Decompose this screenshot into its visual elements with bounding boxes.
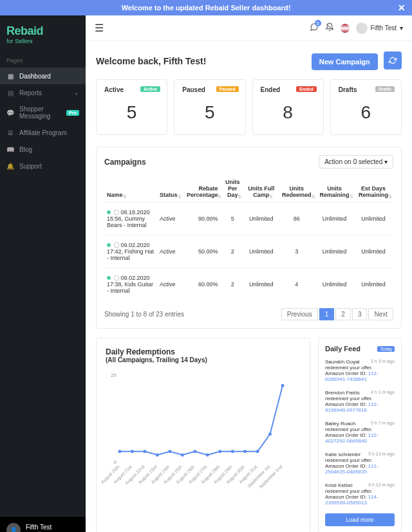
svg-point-11 (231, 450, 234, 453)
feed-item: 4 h 1 m agoBrendon Fields redeemed your … (325, 390, 395, 413)
svg-point-15 (281, 384, 285, 387)
nav-icon: ▦ (6, 72, 14, 80)
sort-icon: ⇅ (350, 194, 353, 199)
nav-icon: 💬 (6, 109, 14, 116)
refresh-button[interactable] (384, 51, 402, 69)
status-badge: Drafts (375, 86, 395, 92)
sort-icon: ⇅ (123, 194, 127, 199)
sidebar-item-shopper-messaging[interactable]: 💬Shopper MessagingPro (0, 101, 86, 124)
avatar (356, 23, 368, 34)
checkbox[interactable] (114, 243, 119, 248)
hamburger-icon[interactable]: ☰ (95, 22, 104, 34)
active-dot-icon (107, 276, 111, 280)
pro-badge: Pro (66, 110, 79, 116)
stat-card-active[interactable]: ActiveActive5 (96, 79, 167, 135)
svg-point-7 (181, 454, 184, 457)
column-header[interactable]: Rebate Percentage ⇅ (180, 175, 221, 203)
svg-point-3 (131, 450, 134, 453)
active-dot-icon (107, 210, 111, 214)
column-header[interactable]: Name ⇅ (104, 175, 157, 203)
page-button[interactable]: 2 (335, 308, 351, 320)
sort-icon: ⇅ (269, 194, 273, 199)
svg-point-13 (256, 450, 259, 453)
campaigns-table: Name ⇅Status ⇅Rebate Percentage ⇅Units P… (104, 175, 393, 300)
sidebar-item-affiliate-program[interactable]: 🖥Affiliate Program (0, 124, 86, 141)
campaigns-title: Campaigns (104, 158, 146, 167)
feed-item: 5 h 13 m agoKatie schneider redeemed you… (325, 452, 395, 475)
stat-card-ended[interactable]: EndedEnded8 (252, 79, 324, 135)
new-campaign-button[interactable]: New Campaign (312, 53, 378, 70)
today-badge: Today (377, 346, 395, 352)
sidebar-item-dashboard[interactable]: ▦Dashboard (0, 68, 86, 84)
feed-item: 3 h 3 m agoSaurabh Goyal redeemed your o… (325, 359, 395, 382)
column-header[interactable]: Units Per Day ⇅ (220, 175, 245, 203)
nav-icon: 🔔 (6, 162, 14, 170)
campaigns-panel: Campaigns Action on 0 selected ▾ Name ⇅S… (96, 147, 402, 329)
svg-point-2 (118, 450, 122, 453)
messages-icon[interactable]: 0 (310, 23, 319, 33)
announcement-banner: Welcome to the updated Rebaid Seller das… (0, 0, 412, 15)
column-header[interactable]: Est Days Remaining ⇅ (353, 175, 393, 203)
checkbox[interactable] (114, 210, 119, 215)
user-menu[interactable]: Fifth Test ▾ (356, 23, 403, 34)
table-row[interactable]: 09.02.2020 17:42, Fishing Hat - Internal… (104, 235, 393, 268)
line-chart: 025 August 20thAugust 21stAugust 22ndAug… (106, 369, 286, 497)
column-header[interactable]: Units Full Camp ⇅ (245, 175, 278, 203)
banner-text: Welcome to the updated Rebaid Seller das… (122, 4, 291, 12)
next-button[interactable]: Next (368, 308, 393, 320)
chart-panel: Daily Redemptions (All Campaigns, Traili… (96, 338, 310, 532)
active-dot-icon (107, 243, 111, 247)
feed-item: 5 h 7 m agoBailey Roach redeemed your of… (325, 421, 395, 444)
nav-icon: 📖 (6, 145, 14, 153)
page-button[interactable]: 3 (352, 308, 368, 320)
chevron-down-icon: ▾ (384, 158, 388, 165)
table-row[interactable]: 08.18.2020 15:56, Gummy Bears - Internal… (104, 203, 393, 235)
svg-point-14 (268, 432, 272, 436)
svg-point-10 (218, 450, 221, 453)
chevron-down-icon: ▾ (400, 24, 403, 32)
svg-point-4 (143, 450, 146, 453)
sort-icon: ⇅ (238, 194, 241, 199)
load-more-button[interactable]: Load more (325, 513, 395, 526)
svg-point-8 (193, 450, 196, 453)
topbar: ☰ 0 Fifth Test ▾ (86, 15, 412, 41)
status-badge: Ended (296, 86, 316, 92)
logo: Rebaid for Sellers (0, 15, 86, 53)
svg-point-9 (206, 454, 209, 457)
sidebar-user[interactable]: 👤 Fifth Test ● Online (0, 516, 86, 532)
svg-point-5 (156, 454, 159, 457)
sidebar-item-blog[interactable]: 📖Blog (0, 141, 86, 158)
stat-card-drafts[interactable]: DraftsDrafts6 (330, 79, 402, 135)
sort-icon: ⇅ (312, 194, 315, 199)
nav-section-title: Pages (0, 53, 86, 68)
nav-icon: ▤ (6, 89, 14, 96)
avatar: 👤 (6, 523, 21, 532)
svg-point-6 (168, 450, 171, 453)
column-header[interactable]: Units Remaining ⇅ (315, 175, 353, 203)
sort-icon: ⇅ (388, 194, 392, 199)
status-badge: Active (140, 86, 160, 92)
sidebar: Rebaid for Sellers Pages ▦Dashboard▤Repo… (0, 15, 86, 532)
sidebar-item-support[interactable]: 🔔Support (0, 158, 86, 174)
close-icon[interactable]: ✕ (398, 3, 406, 13)
table-info: Showing 1 to 8 of 23 entries (104, 311, 184, 318)
svg-text:25: 25 (111, 372, 117, 378)
prev-button[interactable]: Previous (281, 308, 318, 320)
stat-card-paused[interactable]: PausedPaused5 (174, 79, 245, 135)
action-select[interactable]: Action on 0 selected ▾ (319, 155, 393, 169)
page-title: Welcome back, Fifth Test! (96, 56, 206, 66)
svg-text:September 2nd: September 2nd (258, 464, 284, 490)
bell-off-icon[interactable] (325, 23, 334, 33)
page-button[interactable]: 1 (319, 308, 335, 320)
column-header[interactable]: Units Redeemed ⇅ (278, 175, 315, 203)
chevron-down-icon: ⌄ (74, 89, 79, 96)
feed-panel: Daily Feed Today 3 h 3 m agoSaurabh Goya… (318, 338, 402, 532)
checkbox[interactable] (114, 275, 119, 280)
column-header[interactable]: Status ⇅ (157, 175, 180, 203)
table-row[interactable]: 09.02.2020 17:38, Kids Guitar - Internal… (104, 268, 393, 301)
flag-icon[interactable] (341, 24, 350, 33)
nav-icon: 🖥 (6, 129, 14, 136)
status-badge: Paused (216, 86, 239, 92)
pagination: Previous123Next (281, 308, 393, 320)
sidebar-item-reports[interactable]: ▤Reports⌄ (0, 84, 86, 101)
